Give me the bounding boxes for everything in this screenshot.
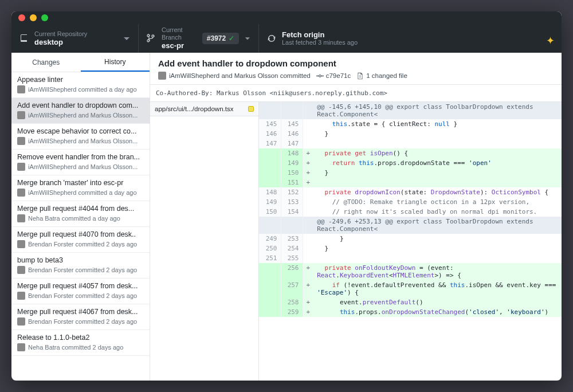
fetch-button[interactable]: Fetch origin Last fetched 3 minutes ago (259, 24, 562, 53)
diff-row: 257+ if (!event.defaultPrevented && this… (259, 280, 562, 297)
file-path: app/src/ui/t.../dropdown.tsx (155, 105, 233, 112)
history-item[interactable]: Remove event handler from the bran...iAm… (11, 150, 150, 175)
branch-icon (147, 34, 156, 43)
history-item-title: bump to beta3 (17, 256, 144, 264)
zoom-window-button[interactable] (41, 14, 48, 21)
history-item[interactable]: Appease linteriAmWillShepherd committed … (11, 72, 150, 98)
avatar (17, 343, 25, 351)
avatar (17, 214, 25, 222)
history-item-title: Merge branch 'master' into esc-pr (17, 179, 144, 187)
history-item-title: Move escape behavior to correct co... (17, 127, 144, 135)
diff-row: 147147 (259, 139, 562, 148)
diff-row: 149+ return this.props.dropdownState ===… (259, 158, 562, 168)
diff-table: @@ -145,6 +145,10 @@ export class Toolba… (259, 102, 562, 317)
avatar (17, 240, 25, 248)
diff-pane[interactable]: @@ -145,6 +145,10 @@ export class Toolba… (259, 102, 562, 381)
history-list[interactable]: Appease linteriAmWillShepherd committed … (11, 72, 150, 381)
diff-row: @@ -145,6 +145,10 @@ export class Toolba… (259, 102, 562, 119)
commit-meta-row: iAmWillShepherd and Markus Olsson commit… (158, 72, 554, 80)
diff-row: 151+ (259, 178, 562, 187)
history-item-title: Merge pull request #4070 from desk.. (17, 230, 144, 238)
history-item-meta: iAmWillShepherd committed a day ago (17, 189, 144, 197)
commit-authors: iAmWillShepherd and Markus Olsson commit… (169, 72, 311, 79)
content: Add event handler to dropdown component … (150, 53, 562, 381)
tab-history[interactable]: History (81, 53, 150, 72)
co-authored-line: Co-Authored-By: Markus Olsson <niik@user… (150, 85, 562, 102)
history-item-title: Remove event handler from the bran... (17, 153, 144, 161)
sidebar: Changes History Appease linteriAmWillShe… (11, 53, 150, 381)
history-item[interactable]: Merge pull request #4057 from desk...Bre… (11, 279, 150, 304)
diff-row: 250254 } (259, 244, 562, 253)
sync-icon (267, 34, 276, 43)
repo-value: desktop (34, 38, 87, 47)
avatar (158, 72, 166, 80)
history-item-meta: Brendan Forster committed 2 days ago (17, 240, 144, 248)
diff-row: 249253 } (259, 234, 562, 244)
avatar (17, 111, 25, 119)
history-item-title: Merge pull request #4067 from desk... (17, 308, 144, 316)
history-item[interactable]: Merge pull request #4067 from desk...Bre… (11, 304, 150, 330)
diff-row: @@ -249,6 +253,13 @@ export class Toolba… (259, 217, 562, 234)
fetch-sub: Last fetched 3 minutes ago (282, 39, 358, 46)
commit-body: app/src/ui/t.../dropdown.tsx @@ -145,6 +… (150, 102, 562, 381)
repo-icon (19, 34, 29, 43)
commit-header: Add event handler to dropdown component … (150, 53, 562, 85)
diff-row: 148+ private get isOpen() { (259, 148, 562, 158)
commit-icon (316, 72, 324, 80)
history-item[interactable]: bump to beta3Brendan Forster committed 2… (11, 253, 150, 279)
pr-number: #3972 (207, 34, 226, 42)
history-item-title: Release to 1.1.0-beta2 (17, 334, 144, 342)
history-item-meta: Brendan Forster committed 2 days ago (17, 317, 144, 326)
history-item-meta: iAmWillShepherd committed a day ago (17, 85, 144, 93)
avatar (17, 189, 25, 197)
branch-label: Current Branch (162, 26, 197, 41)
file-diff-icon (356, 72, 364, 80)
diff-row: 251255 (259, 253, 562, 263)
tab-changes[interactable]: Changes (11, 53, 81, 72)
avatar (17, 85, 25, 93)
history-item[interactable]: Merge branch 'master' into esc-priAmWill… (11, 175, 150, 201)
history-item-meta: iAmWillShepherd and Markus Olsson... (17, 163, 144, 171)
sidebar-tabs: Changes History (11, 53, 150, 72)
history-item-title: Add event handler to dropdown com... (17, 101, 144, 109)
fetch-label: Fetch origin (282, 30, 358, 40)
avatar (17, 266, 25, 274)
history-item-meta: Brendan Forster committed 2 days ago (17, 266, 144, 274)
repo-selector[interactable]: Current Repository desktop (11, 24, 139, 53)
history-item-title: Merge pull request #4057 from desk... (17, 282, 144, 290)
main: Changes History Appease linteriAmWillShe… (11, 53, 562, 381)
chevron-down-icon (123, 35, 130, 42)
file-item[interactable]: app/src/ui/t.../dropdown.tsx (150, 102, 258, 116)
history-item[interactable]: Move escape behavior to correct co...iAm… (11, 124, 150, 150)
history-item[interactable]: Add event handler to dropdown com...iAmW… (11, 98, 150, 124)
commit-sha: c79e71c (326, 72, 351, 79)
minimize-window-button[interactable] (30, 14, 37, 21)
chevron-down-icon (245, 35, 250, 42)
history-item-meta: iAmWillShepherd and Markus Olsson... (17, 137, 144, 145)
close-window-button[interactable] (18, 14, 25, 21)
repo-label: Current Repository (34, 30, 87, 38)
branch-selector[interactable]: Current Branch esc-pr #3972 ✓ (139, 24, 259, 53)
avatar (17, 317, 25, 326)
history-item[interactable]: Merge pull request #4044 from des...Neha… (11, 201, 150, 227)
file-tree: app/src/ui/t.../dropdown.tsx (150, 102, 259, 381)
avatar (17, 137, 25, 145)
diff-row: 146146 } (259, 129, 562, 139)
history-item-title: Merge pull request #4044 from des... (17, 205, 144, 213)
mac-titlebar (11, 11, 562, 24)
history-item-meta: Neha Batra committed a day ago (17, 214, 144, 222)
diff-row: 150154 // right now it's scaled badly on… (259, 207, 562, 217)
history-item-meta: Brendan Forster committed 2 days ago (17, 292, 144, 300)
diff-row: 150+ } (259, 168, 562, 178)
history-item-meta: iAmWillShepherd and Markus Olsson... (17, 111, 144, 119)
history-item-title: Appease linter (17, 76, 144, 84)
commit-title: Add event handler to dropdown component (158, 58, 554, 68)
history-item[interactable]: Release to 1.1.0-beta2Neha Batra committ… (11, 330, 150, 356)
toolbar: Current Repository desktop Current Branc… (11, 24, 562, 53)
pr-badge: #3972 ✓ (202, 33, 239, 44)
sparkle-icon: ✦ (546, 34, 555, 47)
history-item[interactable]: Merge pull request #4070 from desk..Bren… (11, 227, 150, 253)
history-item-meta: Neha Batra committed 2 days ago (17, 343, 144, 351)
diff-row: 258+ event.preventDefault() (259, 297, 562, 307)
avatar (17, 163, 25, 171)
